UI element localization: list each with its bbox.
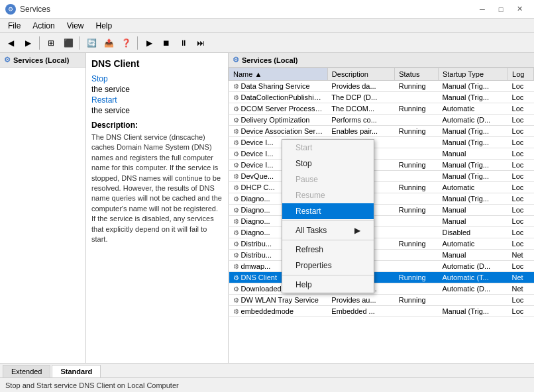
ctx-item-refresh[interactable]: Refresh bbox=[282, 242, 374, 258]
refresh-button[interactable]: 🔄 bbox=[83, 35, 99, 51]
pause-button[interactable]: ⏸ bbox=[176, 35, 191, 51]
close-button[interactable]: ✕ bbox=[510, 0, 529, 19]
service-desc: The DCP (D... bbox=[327, 92, 394, 103]
menu-file[interactable]: File bbox=[3, 20, 26, 32]
menu-action[interactable]: Action bbox=[27, 20, 60, 32]
service-desc: Enables pair... bbox=[327, 126, 394, 137]
service-startup: Manual (Trig... bbox=[438, 81, 507, 92]
ctx-separator bbox=[282, 240, 374, 240]
service-name: ⚙ Device Association Service bbox=[229, 126, 328, 137]
help-toolbar-button[interactable]: ❓ bbox=[118, 35, 134, 51]
show-hide-button[interactable]: ⊞ bbox=[43, 35, 59, 51]
col-status[interactable]: Status bbox=[395, 68, 439, 81]
app-icon: ⚙ bbox=[5, 4, 16, 15]
ctx-item-pause: Pause bbox=[282, 172, 374, 187]
menu-help[interactable]: Help bbox=[91, 20, 118, 32]
table-row[interactable]: ⚙ Data Sharing ServiceProvides da...Runn… bbox=[229, 81, 534, 92]
col-log[interactable]: Log bbox=[508, 68, 534, 81]
tab-extended[interactable]: Extended bbox=[3, 365, 50, 377]
table-row[interactable]: ⚙ Diagno...Diagno...ManualLoc bbox=[229, 216, 534, 227]
table-row[interactable]: ⚙ DataCollectionPublishingSe...The DCP (… bbox=[229, 92, 534, 103]
service-status: Running bbox=[395, 272, 439, 283]
services-header-title: Services (Local) bbox=[242, 56, 297, 64]
table-row[interactable]: ⚙ DCOM Server Process Laun...The DCOM...… bbox=[229, 103, 534, 115]
up-button[interactable]: ⬛ bbox=[60, 35, 76, 51]
col-name[interactable]: Name ▲ bbox=[229, 68, 328, 81]
restart-toolbar-button[interactable]: ⏭ bbox=[193, 35, 209, 51]
service-startup: Manual (Trig... bbox=[438, 137, 507, 148]
ctx-item-stop[interactable]: Stop bbox=[282, 156, 374, 172]
ctx-item-all-tasks[interactable]: All Tasks▶ bbox=[282, 222, 374, 238]
table-row[interactable]: ⚙ Device I......dles the ...RunningManua… bbox=[229, 160, 534, 171]
service-status: Running bbox=[395, 182, 439, 193]
service-startup: Automatic bbox=[438, 103, 507, 115]
table-row[interactable]: ⚙ Downloaded Maps ManagerWindows se...Au… bbox=[229, 283, 534, 295]
service-status: Running bbox=[395, 160, 439, 171]
menu-view[interactable]: View bbox=[62, 20, 89, 32]
title-bar-text: Services bbox=[20, 5, 469, 14]
service-status bbox=[395, 306, 439, 317]
menu-bar: File Action View Help bbox=[0, 19, 534, 33]
table-row[interactable]: ⚙ Diagno...Diagno...DisabledLoc bbox=[229, 227, 534, 238]
table-row[interactable]: ⚙ Delivery OptimizationPerforms co...Aut… bbox=[229, 115, 534, 126]
service-log: Loc bbox=[508, 306, 534, 317]
service-startup: Manual (Trig... bbox=[438, 160, 507, 171]
export-button[interactable]: 📤 bbox=[101, 35, 117, 51]
ctx-item-help[interactable]: Help bbox=[282, 277, 374, 293]
tab-standard[interactable]: Standard bbox=[52, 365, 101, 377]
table-row[interactable]: ⚙ dmwap...Push ...Automatic (D...Loc bbox=[229, 261, 534, 272]
table-row[interactable]: ⚙ Distribu......tains li...RunningAutoma… bbox=[229, 238, 534, 250]
service-status bbox=[395, 148, 439, 160]
service-status bbox=[395, 227, 439, 238]
desc-label: Description: bbox=[91, 121, 223, 130]
stop-link[interactable]: Stop bbox=[91, 74, 223, 83]
table-row[interactable]: ⚙ DHCP C......isters an...RunningAutomat… bbox=[229, 182, 534, 193]
services-detail: DNS Client Stop the service Restart the … bbox=[86, 53, 229, 363]
service-startup: Manual bbox=[438, 148, 507, 160]
col-desc[interactable]: Description bbox=[327, 68, 394, 81]
service-startup: Manual (Trig... bbox=[438, 193, 507, 205]
service-log: Loc bbox=[508, 126, 534, 137]
services-table-scroll[interactable]: Name ▲ Description Status Startup Type L… bbox=[229, 68, 534, 360]
service-status: Running bbox=[395, 295, 439, 306]
services-list-header: ⚙ Services (Local) bbox=[229, 53, 534, 68]
service-name: ⚙ DCOM Server Process Laun... bbox=[229, 103, 328, 115]
table-row[interactable]: ⚙ DevQue......les app...Manual (Trig...L… bbox=[229, 171, 534, 182]
table-row[interactable]: ⚙ Device Association ServiceEnables pair… bbox=[229, 126, 534, 137]
service-startup: Automatic bbox=[438, 238, 507, 250]
service-log: Loc bbox=[508, 92, 534, 103]
ctx-item-start: Start bbox=[282, 140, 374, 156]
maximize-button[interactable]: □ bbox=[492, 0, 510, 19]
col-startup[interactable]: Startup Type bbox=[438, 68, 507, 81]
service-startup bbox=[438, 295, 507, 306]
ctx-item-restart[interactable]: Restart bbox=[282, 203, 374, 219]
service-status: Running bbox=[395, 81, 439, 92]
restart-link[interactable]: Restart bbox=[91, 95, 223, 105]
service-log: Net bbox=[508, 283, 534, 295]
table-row[interactable]: ⚙ Device I......dles a c...Manual (Trig.… bbox=[229, 137, 534, 148]
service-startup: Manual bbox=[438, 205, 507, 216]
table-row[interactable]: ⚙ Diagno...Diagno...RunningManualLoc bbox=[229, 205, 534, 216]
service-status bbox=[395, 137, 439, 148]
table-row[interactable]: ⚙ Diagno...Diagno...Manual (Trig...Loc bbox=[229, 193, 534, 205]
ctx-separator bbox=[282, 275, 374, 275]
service-status bbox=[395, 283, 439, 295]
stop-button[interactable]: ⏹ bbox=[158, 35, 174, 51]
minimize-button[interactable]: ─ bbox=[473, 0, 492, 19]
back-button[interactable]: ◀ bbox=[3, 35, 19, 51]
desc-text: The DNS Client service (dnscache) caches… bbox=[91, 132, 223, 244]
table-row[interactable]: ⚙ embeddedmodeEmbedded ...Manual (Trig..… bbox=[229, 306, 534, 317]
table-row[interactable]: ⚙ Device I......orms D...ManualLoc bbox=[229, 148, 534, 160]
table-row[interactable]: ⚙ DW WLAN Tray ServiceProvides au...Runn… bbox=[229, 295, 534, 306]
play-button[interactable]: ▶ bbox=[141, 35, 157, 51]
table-row[interactable]: ⚙ Distribu......rdinates...ManualNet bbox=[229, 250, 534, 261]
service-name: ⚙ DW WLAN Tray Service bbox=[229, 295, 328, 306]
service-status bbox=[395, 171, 439, 182]
service-log: Loc bbox=[508, 238, 534, 250]
ctx-item-properties[interactable]: Properties bbox=[282, 258, 374, 273]
forward-button[interactable]: ▶ bbox=[20, 35, 36, 51]
service-startup: Automatic (D... bbox=[438, 283, 507, 295]
table-row[interactable]: ⚙ DNS Client...DNS Cli...RunningAutomati… bbox=[229, 272, 534, 283]
left-panel: ⚙ Services (Local) bbox=[0, 53, 86, 363]
service-log: Net bbox=[508, 250, 534, 261]
